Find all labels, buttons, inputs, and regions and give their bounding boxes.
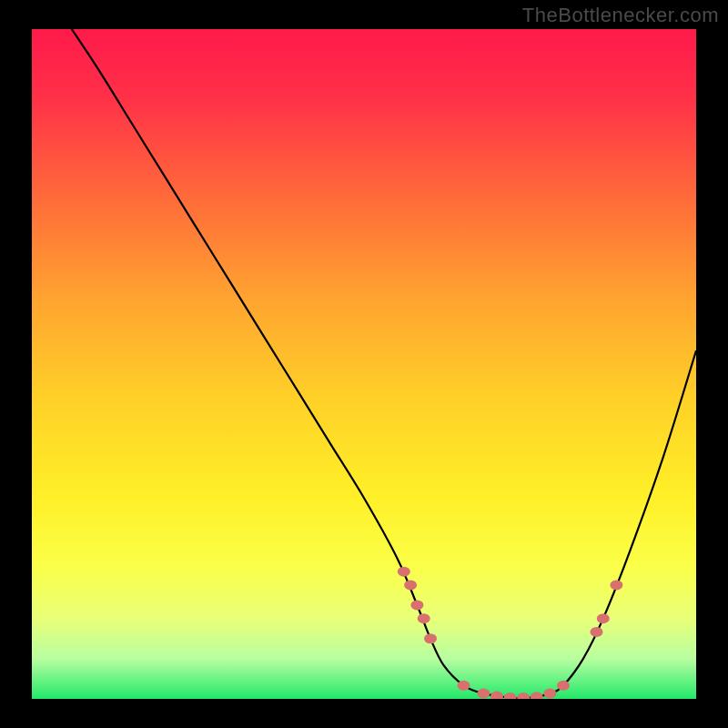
data-marker	[410, 600, 423, 610]
data-marker	[418, 613, 430, 623]
data-marker	[610, 580, 622, 590]
watermark-text: TheBottlenecker.com	[522, 4, 719, 27]
plot-area	[32, 29, 696, 699]
data-marker	[458, 681, 470, 691]
data-marker	[591, 627, 603, 637]
data-marker	[424, 633, 437, 643]
data-markers	[398, 567, 623, 699]
data-marker	[477, 689, 490, 699]
data-marker	[597, 613, 610, 623]
data-marker	[557, 681, 570, 691]
data-marker	[490, 692, 503, 699]
data-marker	[543, 689, 556, 699]
data-marker	[504, 693, 517, 699]
data-marker	[517, 693, 530, 699]
curve-layer	[32, 29, 696, 699]
bottleneck-curve	[72, 29, 696, 698]
chart-frame: TheBottlenecker.com	[0, 0, 728, 728]
data-marker	[531, 692, 543, 699]
data-marker	[398, 567, 410, 577]
data-marker	[404, 580, 417, 590]
